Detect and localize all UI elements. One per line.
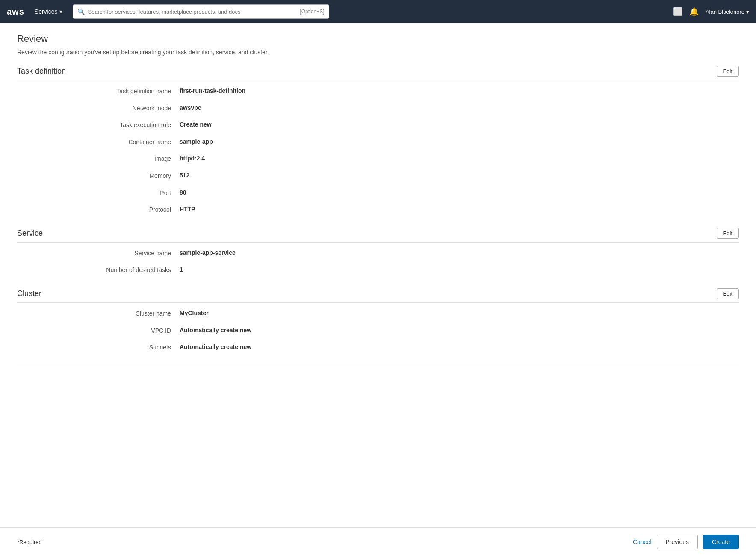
- search-icon: 🔍: [77, 8, 85, 15]
- services-chevron-icon: ▾: [59, 8, 62, 15]
- field-value-cluster-name: MyCluster: [180, 310, 209, 318]
- field-label-cluster-name: Cluster name: [51, 310, 180, 318]
- field-protocol: Protocol HTTP: [17, 206, 739, 214]
- field-label-port: Port: [51, 189, 180, 198]
- task-definition-header: Task definition Edit: [17, 66, 739, 80]
- cluster-header: Cluster Edit: [17, 288, 739, 303]
- field-task-definition-name: Task definition name first-run-task-defi…: [17, 87, 739, 96]
- field-value-port: 80: [180, 189, 186, 198]
- footer-buttons: Cancel Previous Create: [633, 535, 739, 549]
- field-task-execution-role: Task execution role Create new: [17, 121, 739, 130]
- page-subtitle: Review the configuration you've set up b…: [17, 49, 739, 56]
- field-label-desired-tasks: Number of desired tasks: [51, 266, 180, 275]
- field-subnets: Subnets Automatically create new: [17, 343, 739, 352]
- service-section: Service Edit Service name sample-app-ser…: [17, 228, 739, 275]
- main-content: Review Review the configuration you've s…: [0, 23, 756, 556]
- task-definition-edit-button[interactable]: Edit: [717, 66, 739, 77]
- field-label-service-name: Service name: [51, 249, 180, 258]
- field-image: Image httpd:2.4: [17, 155, 739, 163]
- field-memory: Memory 512: [17, 172, 739, 180]
- terminal-icon[interactable]: ⬜: [673, 7, 682, 16]
- field-port: Port 80: [17, 189, 739, 198]
- search-hint: [Option+S]: [300, 9, 324, 15]
- field-value-service-name: sample-app-service: [180, 249, 236, 258]
- field-label-subnets: Subnets: [51, 343, 180, 352]
- field-label-vpc-id: VPC ID: [51, 327, 180, 335]
- field-value-memory: 512: [180, 172, 189, 180]
- field-container-name: Container name sample-app: [17, 138, 739, 147]
- user-name: Alan Blackmore: [706, 9, 744, 15]
- required-note: *Required: [17, 539, 42, 545]
- nav-right: ⬜ 🔔 Alan Blackmore ▾: [673, 7, 749, 16]
- page-title: Review: [17, 33, 739, 44]
- field-value-task-execution-role: Create new: [180, 121, 212, 130]
- field-desired-tasks: Number of desired tasks 1: [17, 266, 739, 275]
- top-navbar: aws Services ▾ 🔍 [Option+S] ⬜ 🔔 Alan Bla…: [0, 0, 756, 23]
- field-value-task-definition-name: first-run-task-definition: [180, 87, 245, 96]
- footer-divider: [17, 366, 739, 366]
- field-value-protocol: HTTP: [180, 206, 195, 214]
- service-edit-button[interactable]: Edit: [717, 228, 739, 239]
- services-label: Services: [35, 8, 58, 15]
- field-network-mode: Network mode awsvpc: [17, 104, 739, 113]
- create-button[interactable]: Create: [703, 535, 739, 549]
- search-bar[interactable]: 🔍 [Option+S]: [73, 4, 329, 19]
- field-label-network-mode: Network mode: [51, 104, 180, 113]
- cancel-button[interactable]: Cancel: [633, 538, 652, 545]
- field-value-desired-tasks: 1: [180, 266, 183, 275]
- field-label-container-name: Container name: [51, 138, 180, 147]
- user-chevron-icon: ▾: [746, 9, 749, 15]
- field-label-memory: Memory: [51, 172, 180, 180]
- page-footer: *Required Cancel Previous Create: [0, 527, 756, 556]
- task-definition-title: Task definition: [17, 67, 66, 76]
- field-label-image: Image: [51, 155, 180, 163]
- service-header: Service Edit: [17, 228, 739, 243]
- user-menu-button[interactable]: Alan Blackmore ▾: [706, 9, 749, 15]
- search-input[interactable]: [88, 9, 297, 15]
- field-cluster-name: Cluster name MyCluster: [17, 310, 739, 318]
- field-value-image: httpd:2.4: [180, 155, 205, 163]
- aws-logo-text: aws: [7, 7, 24, 17]
- field-value-vpc-id: Automatically create new: [180, 327, 251, 335]
- field-value-network-mode: awsvpc: [180, 104, 201, 113]
- service-title: Service: [17, 229, 43, 238]
- bell-icon[interactable]: 🔔: [689, 7, 699, 16]
- field-label-protocol: Protocol: [51, 206, 180, 214]
- field-label-task-execution-role: Task execution role: [51, 121, 180, 130]
- field-value-container-name: sample-app: [180, 138, 213, 147]
- cluster-title: Cluster: [17, 289, 41, 298]
- task-definition-section: Task definition Edit Task definition nam…: [17, 66, 739, 214]
- field-value-subnets: Automatically create new: [180, 343, 251, 352]
- cluster-section: Cluster Edit Cluster name MyCluster VPC …: [17, 288, 739, 352]
- field-service-name: Service name sample-app-service: [17, 249, 739, 258]
- previous-button[interactable]: Previous: [657, 535, 698, 549]
- services-menu-button[interactable]: Services ▾: [31, 6, 66, 17]
- field-label-task-definition-name: Task definition name: [51, 87, 180, 96]
- cluster-edit-button[interactable]: Edit: [717, 288, 739, 299]
- aws-logo: aws: [7, 7, 24, 17]
- field-vpc-id: VPC ID Automatically create new: [17, 327, 739, 335]
